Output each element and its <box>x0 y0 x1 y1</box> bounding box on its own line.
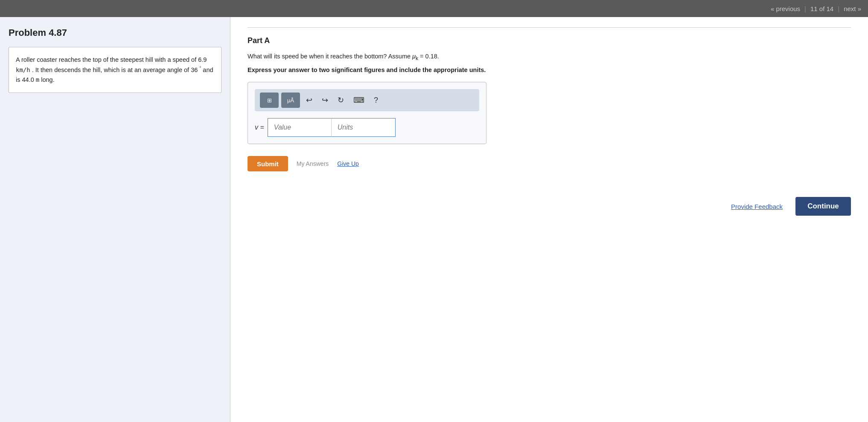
previous-link[interactable]: « previous <box>771 5 800 12</box>
page-count: 11 of 14 <box>810 5 833 12</box>
divider-line <box>248 27 851 28</box>
keyboard-button[interactable]: ⌨ <box>350 92 368 108</box>
speed-unit: km/h <box>16 66 30 73</box>
undo-button[interactable]: ↩ <box>303 92 316 108</box>
answer-toolbar: ⊞ μÅ ↩ ↪ ↻ ⌨ ? <box>255 89 479 111</box>
redo-button[interactable]: ↪ <box>318 92 332 108</box>
my-answers-button[interactable]: My Answers <box>297 160 329 167</box>
part-a-title: Part A <box>248 36 851 45</box>
give-up-button[interactable]: Give Up <box>337 160 359 167</box>
right-panel: Part A What will its speed be when it re… <box>230 17 868 422</box>
separator-1: | <box>804 5 806 12</box>
provide-feedback-button[interactable]: Provide Feedback <box>731 203 783 210</box>
length-unit: m <box>36 76 39 83</box>
separator-2: | <box>838 5 839 12</box>
undo-icon: ↩ <box>306 96 312 104</box>
matrix-icon: ⊞ <box>267 97 272 104</box>
next-link[interactable]: next » <box>844 5 861 12</box>
redo-icon: ↪ <box>322 96 328 104</box>
answer-container: ⊞ μÅ ↩ ↪ ↻ ⌨ ? <box>248 82 486 144</box>
main-layout: Problem 4.87 A roller coaster reaches th… <box>0 17 868 422</box>
top-nav-bar: « previous | 11 of 14 | next » <box>0 0 868 17</box>
problem-text: A roller coaster reaches the top of the … <box>16 56 213 83</box>
keyboard-icon: ⌨ <box>353 96 364 104</box>
express-instruction: Express your answer to two significant f… <box>248 66 851 73</box>
mu-button[interactable]: μÅ <box>281 92 300 108</box>
submit-button[interactable]: Submit <box>248 156 288 171</box>
units-input[interactable] <box>332 118 396 137</box>
refresh-button[interactable]: ↻ <box>334 92 347 108</box>
continue-button[interactable]: Continue <box>795 197 851 216</box>
bottom-actions: Provide Feedback Continue <box>248 197 851 216</box>
mu-icon: μÅ <box>287 97 294 104</box>
help-button[interactable]: ? <box>370 92 382 108</box>
action-row: Submit My Answers Give Up <box>248 156 851 171</box>
degree-symbol: ° <box>199 66 201 70</box>
question-text: What will its speed be when it reaches t… <box>248 52 851 62</box>
v-equals-label: v = <box>255 124 264 131</box>
mu-symbol: μ <box>412 53 416 60</box>
help-icon: ? <box>374 96 378 104</box>
mu-subscript: k <box>416 55 418 61</box>
value-input[interactable] <box>268 118 332 137</box>
problem-description-box: A roller coaster reaches the top of the … <box>9 47 221 93</box>
problem-title: Problem 4.87 <box>9 27 221 38</box>
matrix-button[interactable]: ⊞ <box>260 92 279 108</box>
refresh-icon: ↻ <box>338 96 344 104</box>
input-row: v = <box>255 118 479 137</box>
left-panel: Problem 4.87 A roller coaster reaches th… <box>0 17 230 422</box>
